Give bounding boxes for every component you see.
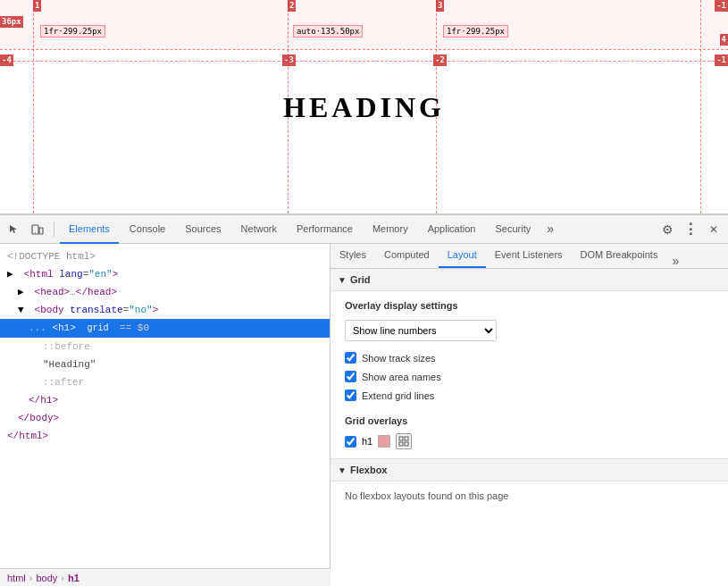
settings-icon[interactable]: ⚙: [657, 219, 678, 240]
dom-doctype: <!DOCTYPE html>: [0, 247, 330, 265]
grid-section-body: Overlay display settings Show line numbe…: [331, 291, 728, 458]
tab-security[interactable]: Security: [486, 215, 540, 244]
overlay-h1-checkbox[interactable]: [345, 436, 356, 448]
grid-badge-neg1-top: -1: [715, 0, 728, 12]
dom-after: ::after: [0, 373, 330, 391]
flexbox-section-title: Flexbox: [350, 465, 388, 475]
tab-application[interactable]: Application: [419, 215, 485, 244]
show-track-sizes-checkbox[interactable]: [345, 352, 356, 364]
dom-body-close: </body>: [0, 409, 330, 427]
dom-head[interactable]: ▶ <head>…</head>: [0, 283, 330, 301]
sub-tab-dom-breakpoints[interactable]: DOM Breakpoints: [572, 244, 667, 268]
extend-grid-lines-label: Extend grid lines: [362, 390, 434, 401]
breadcrumb-sep-1: ›: [29, 573, 33, 583]
flexbox-section-arrow: ▼: [338, 465, 347, 475]
overlay-h1-label: h1: [362, 436, 372, 447]
svg-point-2: [35, 231, 36, 232]
flexbox-section-header[interactable]: ▼ Flexbox: [331, 458, 728, 481]
dropdown-container: Show line numbers Hide line numbers Cust…: [345, 320, 714, 341]
col1-track-label: 1fr·299.25px: [40, 25, 105, 38]
overlay-icon-button[interactable]: [396, 433, 412, 449]
devtools-toolbar: Elements Console Sources Network Perform…: [0, 215, 728, 244]
layout-panel: ▼ Grid Overlay display settings Show lin…: [331, 269, 728, 586]
grid-badge-1: 1: [33, 0, 41, 12]
grid-section-arrow: ▼: [338, 275, 347, 285]
grid-line-h-1: [0, 49, 728, 50]
grid-overlays-container: Grid overlays h1: [345, 415, 714, 449]
dom-before: ::before: [0, 338, 330, 356]
show-track-sizes-row: Show track sizes: [345, 352, 714, 364]
tab-memory[interactable]: Memory: [364, 215, 417, 244]
sub-tab-layout[interactable]: Layout: [439, 244, 486, 268]
dom-html-close: </html>: [0, 427, 330, 445]
breadcrumb-html[interactable]: html: [7, 573, 26, 583]
extend-grid-lines-checkbox[interactable]: [345, 389, 356, 401]
show-area-names-label: Show area names: [362, 372, 441, 382]
col3-track-label: 1fr·299.25px: [443, 25, 508, 38]
grid-badge-2: 2: [288, 0, 296, 12]
grid-overlays-title: Grid overlays: [345, 415, 714, 426]
line-numbers-dropdown[interactable]: Show line numbers Hide line numbers Cust…: [345, 320, 497, 341]
grid-badge-4: 4: [720, 34, 728, 46]
tab-elements[interactable]: Elements: [60, 215, 119, 244]
grid-badge-neg1-bot: -1: [715, 54, 728, 66]
svg-rect-3: [399, 437, 403, 440]
col2-track-label: auto·135.50px: [293, 25, 363, 38]
breadcrumb-h1[interactable]: h1: [68, 573, 79, 583]
svg-rect-4: [405, 437, 408, 440]
devtools-panel: Elements Console Sources Network Perform…: [0, 214, 728, 586]
svg-rect-1: [39, 228, 43, 234]
grid-section-header[interactable]: ▼ Grid: [331, 269, 728, 291]
preview-area: 1 1fr·299.25px 2 auto·135.50px 3 1fr·299…: [0, 0, 728, 214]
device-toggle-icon[interactable]: [27, 219, 48, 240]
sub-tabs: Styles Computed Layout Event Listeners D…: [331, 244, 728, 269]
overlay-h1-row: h1: [345, 433, 714, 449]
grid-line-v-4: [700, 0, 701, 213]
grid-badge-neg2: -2: [433, 54, 447, 66]
heading-text: HEADING: [283, 90, 445, 123]
show-area-names-checkbox[interactable]: [345, 371, 356, 382]
sub-tab-styles[interactable]: Styles: [331, 244, 375, 268]
breadcrumb-body[interactable]: body: [36, 573, 57, 583]
close-icon[interactable]: ✕: [703, 219, 724, 240]
row-height-label: 36px: [0, 16, 23, 28]
grid-badge-3: 3: [436, 0, 444, 12]
extend-grid-lines-row: Extend grid lines: [345, 389, 714, 401]
sub-tab-more[interactable]: »: [666, 254, 684, 268]
sub-tab-event-listeners[interactable]: Event Listeners: [486, 244, 572, 268]
tab-console[interactable]: Console: [121, 215, 174, 244]
dom-html[interactable]: ▶ <html lang="en">: [0, 265, 330, 283]
show-track-sizes-label: Show track sizes: [362, 353, 436, 364]
tab-sources[interactable]: Sources: [176, 215, 230, 244]
grid-badge-neg3: -3: [282, 54, 296, 66]
breadcrumb-bar: html › body › h1: [0, 568, 331, 586]
right-panel: Styles Computed Layout Event Listeners D…: [331, 244, 728, 586]
cursor-icon[interactable]: [4, 219, 25, 240]
overlay-settings-title: Overlay display settings: [345, 300, 714, 311]
dom-h1-close: </h1>: [0, 391, 330, 409]
grid-badge-neg4: -4: [0, 54, 13, 66]
grid-line-h-2: [0, 61, 728, 62]
overlay-color-swatch[interactable]: [378, 435, 390, 448]
breadcrumb-sep-2: ›: [61, 573, 64, 583]
sub-tab-computed[interactable]: Computed: [375, 244, 439, 268]
svg-rect-6: [405, 442, 408, 446]
toolbar-separator: [54, 222, 54, 238]
tab-performance[interactable]: Performance: [288, 215, 362, 244]
dom-panel: <!DOCTYPE html> ▶ <html lang="en"> ▶ <he…: [0, 244, 331, 586]
dom-text-heading: "Heading": [0, 356, 330, 373]
dom-body[interactable]: ▼ <body translate="no">: [0, 301, 330, 319]
grid-line-v-1: [33, 0, 34, 213]
grid-section-title: Grid: [350, 274, 371, 285]
menu-icon[interactable]: ⋮: [680, 219, 701, 240]
dom-h1-selected[interactable]: ... <h1> grid == $0: [0, 319, 330, 338]
no-flexbox-message: No flexbox layouts found on this page: [331, 481, 728, 510]
svg-rect-5: [399, 442, 403, 446]
tab-network[interactable]: Network: [232, 215, 286, 244]
grid-row-highlight: [0, 0, 728, 49]
show-area-names-row: Show area names: [345, 371, 714, 382]
devtools-main: <!DOCTYPE html> ▶ <html lang="en"> ▶ <he…: [0, 244, 728, 586]
tab-more[interactable]: »: [541, 215, 559, 244]
